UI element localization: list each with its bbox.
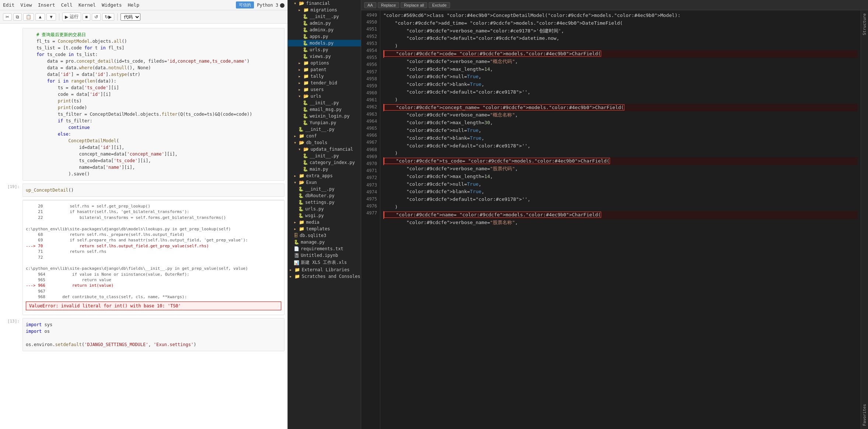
tree-item-external_libraries[interactable]: ▸ 📁External Libraries <box>288 266 361 273</box>
tree-label-external_libraries: External Libraries <box>301 267 349 272</box>
tree-item-email_msg_py[interactable]: 🐍email_msg.py <box>288 106 361 113</box>
move-up-button[interactable]: ▲ <box>35 13 45 21</box>
tree-item-apps_py[interactable]: 🐍apps.py <box>288 33 361 40</box>
tree-item-init_py_4[interactable]: 🐍__init__.py <box>288 153 361 159</box>
py-icon-category_index_py: 🐍 <box>303 160 308 165</box>
tree-item-exun[interactable]: ▾ 📂Exun <box>288 179 361 186</box>
cell-content-3[interactable]: import sys import os os.environ.setdefau… <box>22 318 285 351</box>
cell-type-select[interactable]: 代码 <box>121 13 140 21</box>
tree-item-requirements_txt[interactable]: 📄requirements.txt <box>288 245 361 252</box>
tree-item-init_py_2[interactable]: 🐍__init__.py <box>288 100 361 106</box>
jupyter-toolbar: ✂ ⧉ 📋 ▲ ▼ ▶ 运行 ■ ↺ ↻▶ 代码 <box>0 10 287 24</box>
tree-item-conf[interactable]: ▸ 📁conf <box>288 133 361 139</box>
tree-item-urls_py_2[interactable]: 🐍urls.py <box>288 206 361 212</box>
tree-item-scratches[interactable]: ▸ 📁Scratches and Consoles <box>288 273 361 280</box>
tree-item-templates[interactable]: ▸ 📁templates <box>288 226 361 232</box>
tree-item-db_tools[interactable]: ▾ 📂db_tools <box>288 139 361 146</box>
tree-item-manage_py[interactable]: 🐍manage.py <box>288 239 361 245</box>
paste-button[interactable]: 📋 <box>23 13 34 21</box>
code-area-2: up_ConceptDetail() <box>23 184 284 196</box>
py-icon-init_py_2: 🐍 <box>303 100 308 105</box>
tree-item-tender_bid[interactable]: ▸ 📁tender_bid <box>288 80 361 86</box>
restart-button[interactable]: ↺ <box>92 13 101 21</box>
aa-button[interactable]: AA <box>364 2 376 8</box>
tree-item-models_py[interactable]: 🐍models.py <box>288 40 361 46</box>
menu-widgets[interactable]: Widgets <box>102 2 122 8</box>
line-num-4954: 4954 <box>364 47 377 54</box>
tree-item-init_py_3[interactable]: 🐍__init__.py <box>288 126 361 133</box>
tree-label-weixin_login_py: weixin_login.py <box>310 114 349 119</box>
menu-edit[interactable]: Edit <box>3 2 14 8</box>
tree-item-financial[interactable]: ▾ 📂financial <box>288 0 361 7</box>
tree-label-init_py_1: __init__.py <box>310 14 339 19</box>
tree-item-category_index_py[interactable]: 🐍category_index.py <box>288 159 361 166</box>
tree-item-new_xls[interactable]: 📊新建 XLS 工作表.xls <box>288 259 361 266</box>
code-line-4969: "color:#9cdcfe">ts_code= "color:#9cdcfe"… <box>383 157 858 165</box>
tree-label-options: options <box>310 60 329 66</box>
cell-content-1[interactable]: # 查询最后更新的交易日 fl_ts = ConceptModel.object… <box>22 28 285 181</box>
structure-sidebar: Structure Favorites <box>861 10 868 429</box>
notebook-content[interactable]: # 查询最后更新的交易日 fl_ts = ConceptModel.object… <box>0 24 287 429</box>
tree-item-init_py_5[interactable]: 🐍__init__.py <box>288 186 361 192</box>
tree-item-extra_apps[interactable]: ▸ 📁extra_apps <box>288 172 361 179</box>
tree-item-adminx_py[interactable]: 🐍adminx.py <box>288 27 361 33</box>
menu-kernel[interactable]: Kernel <box>79 2 96 8</box>
replace-button[interactable]: Replace <box>378 2 399 8</box>
tree-item-main_py[interactable]: 🐍main.py <box>288 166 361 172</box>
stop-button[interactable]: ■ <box>83 13 90 21</box>
run-button[interactable]: ▶ 运行 <box>62 13 81 21</box>
menu-view[interactable]: View <box>20 2 32 8</box>
structure-label[interactable]: Structure <box>862 10 867 38</box>
line-num-4973: 4973 <box>364 182 377 189</box>
error-output: ValueError: invalid literal for int() wi… <box>26 301 281 310</box>
cell-content-2[interactable]: up_ConceptDetail() <box>22 184 285 197</box>
exclude-button[interactable]: Exclude <box>429 2 450 8</box>
cell-output: 20 self.rhs = self.get_prep_lookup() 21 … <box>0 198 287 317</box>
tree-item-admin_py[interactable]: 🐍admin.py <box>288 20 361 27</box>
code-line-4953: ) <box>383 42 858 50</box>
cut-button[interactable]: ✂ <box>3 13 12 21</box>
tree-item-db_sqlite3[interactable]: 🗄db.sqlite3 <box>288 232 361 239</box>
tree-item-media[interactable]: ▸ 📁media <box>288 219 361 226</box>
move-down-button[interactable]: ▼ <box>46 13 56 21</box>
tree-item-settings_py[interactable]: 🐍settings.py <box>288 199 361 206</box>
line-num-4964: 4964 <box>364 118 377 125</box>
tree-item-views_py[interactable]: 🐍views.py <box>288 53 361 60</box>
tree-item-init_py_1[interactable]: 🐍__init__.py <box>288 13 361 20</box>
tree-item-updata_financial[interactable]: ▾ 📂updata_financial <box>288 146 361 153</box>
tree-item-urls_py[interactable]: 🐍urls.py <box>288 46 361 53</box>
line-num-4960: 4960 <box>364 90 377 97</box>
tree-item-migrations[interactable]: ▸ 📁migrations <box>288 7 361 13</box>
menu-insert[interactable]: Insert <box>38 2 55 8</box>
tree-item-yunpian_py[interactable]: 🐍Yunpian.py <box>288 119 361 126</box>
copy-button[interactable]: ⧉ <box>13 13 22 21</box>
tree-item-tally[interactable]: ▸ 📁tally <box>288 73 361 80</box>
traceback-line-7: ---> 70 return self.lhs.output_field.get… <box>26 243 281 249</box>
replace-all-button[interactable]: Replace all <box>401 2 427 8</box>
menu-cell[interactable]: Cell <box>61 2 73 8</box>
tree-item-weixin_login_py[interactable]: 🐍weixin_login.py <box>288 113 361 119</box>
tree-item-dbRouter_py[interactable]: 🐍dbRouter.py <box>288 192 361 199</box>
restart-run-button[interactable]: ↻▶ <box>102 13 114 21</box>
tree-item-urls[interactable]: ▾ 📂urls <box>288 93 361 100</box>
line-numbers: 4949495049514952495349544955495649574958… <box>361 10 380 429</box>
traceback-line-8: 71 return self.rhs <box>26 249 281 254</box>
py-icon-init_py_4: 🐍 <box>303 153 308 158</box>
py-icon-adminx_py: 🐍 <box>303 27 308 32</box>
tree-item-options[interactable]: ▸ 📁options <box>288 60 361 66</box>
tree-item-users[interactable]: ▸ 📁users <box>288 86 361 93</box>
favorites-label[interactable]: Favorites <box>862 401 867 429</box>
tree-label-updata_financial: updata_financial <box>310 147 353 152</box>
tree-item-wsgi_py[interactable]: 🐍wsgi.py <box>288 212 361 219</box>
tree-item-patent[interactable]: ▸ 📁patent <box>288 66 361 73</box>
tree-label-email_msg_py: email_msg.py <box>310 107 342 112</box>
ipynb-icon-untitled_ipynb: 📓 <box>294 253 299 258</box>
traceback-line-2: 21 if hasattr(self.lhs, 'get_bilateral_t… <box>26 209 281 214</box>
line-num-4965: 4965 <box>364 125 377 132</box>
code-line-4977: "color:#9cdcfe">verbose_name="股票名称", <box>383 219 858 227</box>
folder-icon-urls: ▾ 📂 <box>298 94 309 99</box>
code-editor[interactable]: "color:#569cd6">class "color:#4ec9b0">Co… <box>380 10 861 429</box>
menu-help[interactable]: Help <box>128 2 139 8</box>
cell-2: [19]: up_ConceptDetail() <box>0 182 287 198</box>
tree-item-untitled_ipynb[interactable]: 📓Untitled.ipynb <box>288 252 361 259</box>
